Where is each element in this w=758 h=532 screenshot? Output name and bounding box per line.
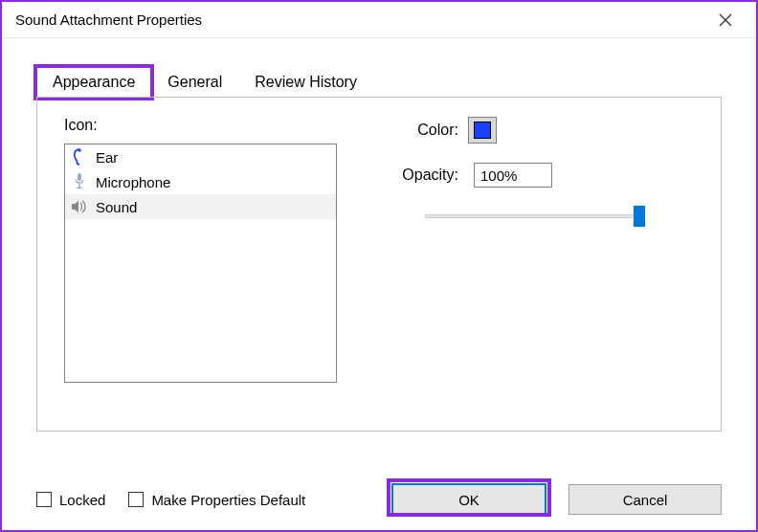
tab-label: Review History: [255, 74, 357, 90]
tab-bar: Appearance General Review History: [2, 38, 756, 98]
list-item[interactable]: Microphone: [65, 169, 336, 194]
checkbox-box: [36, 492, 52, 507]
opacity-slider[interactable]: [425, 207, 645, 226]
color-picker-button[interactable]: [468, 117, 497, 144]
ear-icon: [71, 148, 88, 166]
opacity-input[interactable]: [474, 163, 552, 188]
make-default-label: Make Properties Default: [151, 492, 305, 508]
color-swatch: [474, 122, 491, 139]
opacity-label: Opacity:: [391, 166, 468, 184]
list-item-label: Ear: [96, 149, 118, 166]
titlebar: Sound Attachment Properties: [2, 2, 756, 38]
color-label: Color:: [391, 122, 468, 139]
icon-listbox[interactable]: Ear Microphone Sound: [64, 144, 337, 383]
list-item-label: Sound: [96, 199, 137, 215]
tab-review-history[interactable]: Review History: [238, 67, 373, 98]
appearance-pane: Icon: Ear Microphone Sound: [36, 97, 722, 432]
make-default-checkbox[interactable]: Make Properties Default: [128, 492, 305, 508]
close-button[interactable]: [706, 3, 745, 37]
slider-track: [425, 214, 645, 218]
close-icon: [719, 13, 732, 27]
icon-section: Icon: Ear Microphone Sound: [64, 117, 342, 383]
ok-button[interactable]: OK: [392, 484, 546, 515]
color-row: Color:: [391, 117, 679, 144]
tab-appearance[interactable]: Appearance: [36, 67, 151, 98]
tab-label: General: [167, 74, 222, 90]
dialog-footer: Locked Make Properties Default OK Cancel: [2, 484, 756, 515]
color-opacity-section: Color: Opacity:: [391, 117, 679, 226]
slider-thumb[interactable]: [634, 206, 645, 227]
locked-checkbox[interactable]: Locked: [36, 492, 105, 508]
icon-label: Icon:: [64, 117, 342, 134]
cancel-button[interactable]: Cancel: [568, 484, 722, 515]
locked-label: Locked: [59, 492, 105, 508]
sound-icon: [71, 198, 88, 215]
svg-point-2: [78, 148, 81, 152]
list-item[interactable]: Ear: [65, 144, 336, 169]
list-item[interactable]: Sound: [65, 194, 336, 219]
window-title: Sound Attachment Properties: [15, 11, 202, 28]
svg-rect-3: [78, 173, 81, 181]
checkbox-box: [128, 492, 144, 507]
tab-label: Appearance: [53, 74, 135, 90]
svg-marker-6: [72, 201, 78, 212]
microphone-icon: [71, 173, 88, 190]
tab-general[interactable]: General: [151, 67, 238, 98]
list-item-label: Microphone: [96, 174, 170, 190]
opacity-row: Opacity:: [391, 163, 679, 188]
